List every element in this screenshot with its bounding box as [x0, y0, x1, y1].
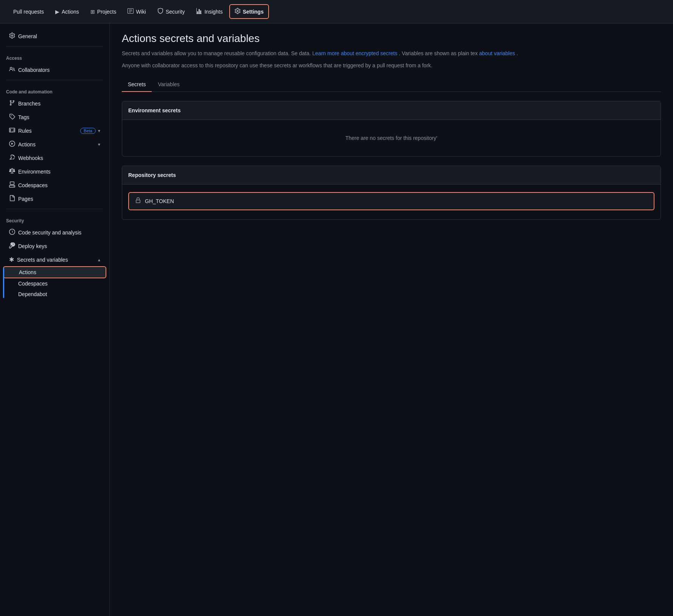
sidebar-item-pages[interactable]: Pages [3, 192, 106, 206]
sidebar-item-actions[interactable]: Actions ▾ [3, 138, 106, 151]
actions-icon: ▶ [55, 9, 59, 15]
page-description-1: Secrets and variables allow you to manag… [122, 49, 661, 57]
tab-secrets[interactable]: Secrets [122, 78, 152, 92]
page-title: Actions secrets and variables [122, 33, 661, 45]
sidebar-divider-1 [6, 46, 103, 47]
lock-icon [135, 197, 141, 205]
repository-secrets-heading: Repository secrets [122, 166, 661, 185]
sidebar-item-code-security[interactable]: Code security and analysis [3, 226, 106, 239]
tab-variables[interactable]: Variables [152, 78, 185, 92]
wiki-icon [127, 8, 134, 15]
nav-wiki[interactable]: Wiki [123, 5, 151, 19]
page-description-2: Anyone with collaborator access to this … [122, 61, 661, 70]
sidebar-section-access: Access [0, 50, 109, 63]
sidebar-item-deploy-keys[interactable]: Deploy keys [3, 239, 106, 253]
sidebar-subitem-actions[interactable]: Actions [3, 266, 106, 278]
sidebar-item-secrets-and-variables[interactable]: ✱ Secrets and variables ▴ [3, 253, 106, 266]
secrets-chevron-icon: ▴ [98, 257, 100, 262]
repository-secrets-list: GH_TOKEN [122, 185, 661, 219]
environment-secrets-heading: Environment secrets [122, 101, 661, 120]
settings-icon [235, 8, 241, 15]
secret-item-gh-token[interactable]: GH_TOKEN [128, 192, 654, 210]
sidebar-subitem-dependabot[interactable]: Dependabot [3, 289, 106, 299]
repository-secrets-section: Repository secrets GH_TOKEN [122, 166, 661, 220]
secret-name-gh-token: GH_TOKEN [145, 198, 174, 204]
sidebar-divider-2 [6, 80, 103, 80]
sidebar-item-environments[interactable]: Environments [3, 165, 106, 178]
collaborators-icon [9, 66, 15, 74]
security-icon [157, 8, 163, 15]
sidebar-divider-3 [6, 209, 103, 209]
top-navigation: Pull requests ▶ Actions ⊞ Projects Wiki … [0, 0, 673, 23]
page-layout: General Access Collaborators Code and au… [0, 23, 673, 616]
main-content: Actions secrets and variables Secrets an… [110, 23, 673, 616]
encrypted-secrets-link[interactable]: Learn more about encrypted secrets [312, 50, 398, 56]
sidebar-item-webhooks[interactable]: Webhooks [3, 151, 106, 165]
codespaces-icon [9, 182, 15, 189]
nav-projects[interactable]: ⊞ Projects [85, 5, 121, 18]
code-security-icon [9, 229, 15, 236]
sidebar-section-code-automation: Code and automation [0, 83, 109, 97]
nav-insights[interactable]: Insights [191, 5, 227, 19]
sidebar: General Access Collaborators Code and au… [0, 23, 110, 616]
webhooks-icon [9, 154, 15, 162]
key-icon [9, 242, 15, 250]
sidebar-section-security: Security [0, 212, 109, 226]
sidebar-item-branches[interactable]: Branches [3, 97, 106, 110]
sidebar-sub-items-container: Actions Codespaces Dependabot [0, 266, 109, 299]
nav-pull-requests[interactable]: Pull requests [6, 5, 49, 18]
secrets-variables-tabs: Secrets Variables [122, 78, 661, 92]
gear-icon [9, 33, 15, 40]
variables-link[interactable]: about variables [479, 50, 515, 56]
pages-icon [9, 195, 15, 203]
sidebar-item-general[interactable]: General [3, 29, 106, 43]
sidebar-item-codespaces[interactable]: Codespaces [3, 178, 106, 192]
actions-sidebar-icon [9, 141, 15, 148]
active-indicator [3, 268, 4, 298]
nav-actions[interactable]: ▶ Actions [50, 5, 84, 18]
environments-icon [9, 168, 15, 175]
rules-chevron-icon: ▾ [98, 128, 100, 133]
secrets-icon: ✱ [9, 256, 14, 263]
branch-icon [9, 100, 15, 107]
sidebar-item-rules[interactable]: Rules Beta ▾ [3, 124, 106, 138]
sidebar-item-tags[interactable]: Tags [3, 110, 106, 124]
projects-icon: ⊞ [90, 9, 95, 15]
sidebar-item-collaborators[interactable]: Collaborators [3, 63, 106, 77]
nav-security[interactable]: Security [152, 5, 190, 19]
rules-icon [9, 127, 15, 135]
actions-chevron-icon: ▾ [98, 142, 100, 147]
beta-badge: Beta [80, 128, 96, 134]
insights-icon [196, 8, 202, 15]
sidebar-subitem-codespaces[interactable]: Codespaces [3, 278, 106, 289]
tag-icon [9, 113, 15, 121]
nav-settings[interactable]: Settings [229, 4, 269, 19]
environment-secrets-section: Environment secrets There are no secrets… [122, 101, 661, 157]
environment-secrets-empty: There are no secrets for this repository… [122, 120, 661, 156]
